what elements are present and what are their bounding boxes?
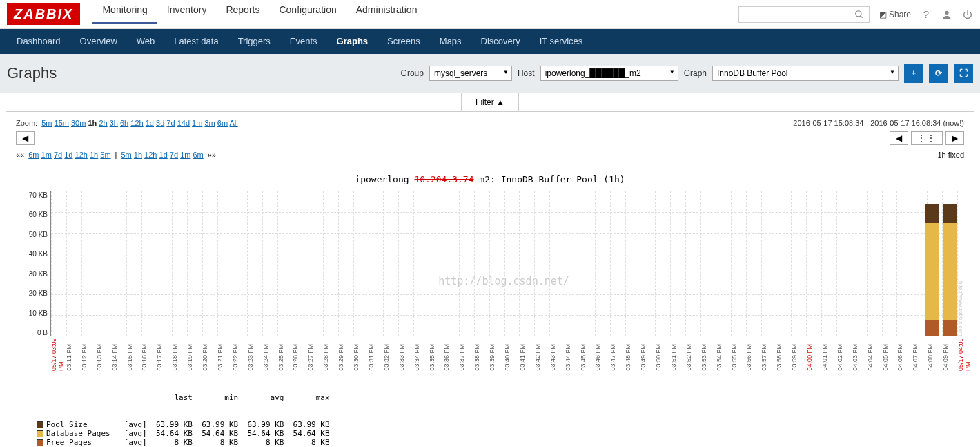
shift-1m[interactable]: 1m [180,151,190,159]
x-tick: 03:17 PM [156,344,163,371]
x-tick: 04:08 PM [927,344,934,371]
subnav-dashboard[interactable]: Dashboard [7,29,70,54]
nav-prev-button[interactable]: ◀ [16,131,35,145]
x-tick: 03:31 PM [368,344,375,371]
x-tick: 03:50 PM [655,344,662,371]
x-tick: 03:26 PM [292,344,299,371]
zoom-3d[interactable]: 3d [156,119,164,127]
help-icon[interactable]: ? [921,9,932,20]
time-range: 2016-05-17 15:08:34 - 2016-05-17 16:08:3… [793,119,964,127]
zoom-14d[interactable]: 14d [177,119,190,127]
x-tick: 04:05 PM [882,344,889,371]
shift-1h[interactable]: 1h [90,151,98,159]
graph-select[interactable]: InnoDB Buffer Pool [712,66,899,81]
y-tick: 50 KB [16,231,48,238]
shift-1h[interactable]: 1h [134,151,142,159]
shift-7d[interactable]: 7d [170,151,178,159]
zoom-1h[interactable]: 1h [88,119,97,127]
shift-5m[interactable]: 5m [121,151,131,159]
x-tick: 03:57 PM [761,344,767,371]
shift-left-marker: «« [16,151,24,159]
zoom-3m[interactable]: 3m [204,119,215,127]
zoom-1m[interactable]: 1m [192,119,202,127]
fullscreen-button[interactable]: ⛶ [954,64,973,83]
subnav-graphs[interactable]: Graphs [327,29,378,54]
nav-center-button[interactable]: ⋮⋮ [911,131,943,145]
shift-5m[interactable]: 5m [100,151,110,159]
zoom-3h[interactable]: 3h [110,119,118,127]
shift-1d[interactable]: 1d [64,151,72,159]
x-tick: 03:52 PM [685,344,692,371]
x-tick: 03:58 PM [776,344,783,371]
nav-scroll-left-button[interactable]: ◀ [890,131,908,145]
y-tick: 60 KB [16,211,48,218]
subnav-events[interactable]: Events [280,29,327,54]
host-label: Host [518,68,535,78]
x-tick: 05/17 03:09 PM [50,336,64,371]
x-tick: 03:22 PM [232,344,239,371]
power-icon[interactable] [962,9,973,20]
group-select[interactable]: mysql_servers [429,66,512,81]
y-tick: 70 KB [16,191,48,199]
topnav-reports[interactable]: Reports [216,4,269,24]
subnav-web[interactable]: Web [127,29,165,54]
subnav-discovery[interactable]: Discovery [471,29,530,54]
zoom-7d[interactable]: 7d [166,119,175,127]
zoom-All[interactable]: All [230,119,238,127]
add-button[interactable]: + [904,64,923,83]
subnav-screens[interactable]: Screens [378,29,430,54]
zoom-5m[interactable]: 5m [41,119,52,127]
x-tick: 03:46 PM [594,344,601,371]
subnav-latest-data[interactable]: Latest data [164,29,228,54]
x-tick: 04:04 PM [867,344,874,371]
nav-scroll-right-button[interactable]: ▶ [945,131,964,145]
y-tick: 10 KB [16,310,48,317]
y-tick: 30 KB [16,270,48,278]
zoom-2h[interactable]: 2h [99,119,107,127]
x-tick: 03:29 PM [337,344,344,371]
subnav-it-services[interactable]: IT services [530,29,593,54]
zoom-30m[interactable]: 30m [71,119,86,127]
subnav-overview[interactable]: Overview [70,29,127,54]
x-tick: 03:39 PM [489,344,496,371]
filter-toggle[interactable]: Filter ▲ [461,93,519,111]
zoom-12h[interactable]: 12h [130,119,143,127]
legend-row: Pool Size [avg] 63.99 KB 63.99 KB 63.99 … [37,420,964,429]
search-input[interactable] [738,6,870,23]
shift-12h[interactable]: 12h [144,151,157,159]
x-tick: 03:20 PM [202,344,208,371]
zabbix-logo[interactable]: ZABBIX [7,3,80,25]
shift-7d[interactable]: 7d [54,151,62,159]
shift-6m[interactable]: 6m [28,151,39,159]
refresh-button[interactable]: ⟳ [929,64,948,83]
subnav-maps[interactable]: Maps [430,29,471,54]
x-tick: 04:06 PM [896,344,903,371]
shift-1m[interactable]: 1m [41,151,52,159]
zoom-6m[interactable]: 6m [217,119,228,127]
topnav-inventory[interactable]: Inventory [157,4,217,24]
shift-12h[interactable]: 12h [75,151,88,159]
x-tick: 03:34 PM [413,344,420,371]
shift-1d[interactable]: 1d [159,151,168,159]
host-select[interactable]: ipowerlong_██████_m2 [540,66,678,81]
zoom-1d[interactable]: 1d [146,119,154,127]
share-link[interactable]: ◩ Share [879,10,911,19]
x-tick: 04:07 PM [912,344,919,371]
x-tick: 03:53 PM [700,344,707,371]
x-tick: 03:44 PM [565,344,571,371]
topnav-administration[interactable]: Administration [346,4,427,24]
topnav-configuration[interactable]: Configuration [269,4,346,24]
chart-bar [925,223,939,320]
subnav-triggers[interactable]: Triggers [228,29,280,54]
legend-row: Free Pages [avg] 8 KB 8 KB 8 KB 8 KB [37,438,964,447]
group-label: Group [401,68,424,78]
topnav-monitoring[interactable]: Monitoring [92,4,157,24]
x-tick: 03:41 PM [519,344,526,371]
zoom-6h[interactable]: 6h [120,119,128,127]
user-icon[interactable] [941,9,952,20]
x-tick: 03:15 PM [126,344,133,371]
shift-6m[interactable]: 6m [193,151,203,159]
graph-label: Graph [684,68,707,78]
chart-plot[interactable]: http://blog.csdn.net/ http://www.zabbix.… [50,191,957,371]
zoom-15m[interactable]: 15m [55,119,69,127]
